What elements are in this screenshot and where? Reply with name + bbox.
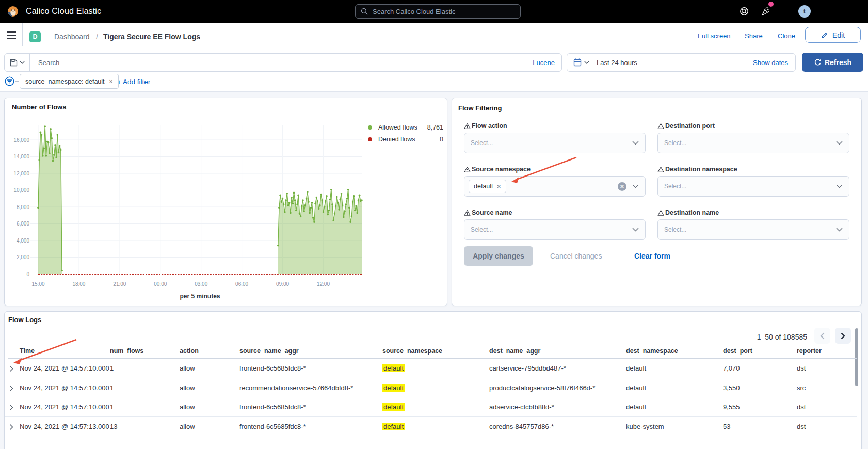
save-icon (10, 59, 18, 67)
column-header-source_name_aggr: source_name_aggr (239, 347, 299, 355)
cell-dest_name_aggr: adservice-cfcbfb88d-* (489, 403, 554, 411)
date-picker[interactable]: Last 24 hours Show dates (567, 53, 796, 72)
svg-text:06:00: 06:00 (235, 281, 248, 287)
field-select-flow-action[interactable]: Select... (464, 133, 646, 153)
chevron-down-icon (836, 141, 843, 145)
svg-text:12:00: 12:00 (317, 281, 330, 287)
refresh-button-label: Refresh (825, 58, 851, 67)
clone-button[interactable]: Clone (778, 32, 795, 40)
global-search-input[interactable]: Search Calico Cloud Elastic (355, 4, 521, 19)
field-select-source-name[interactable]: Select... (464, 219, 646, 240)
cell-action: allow (180, 384, 195, 392)
edit-button[interactable]: Edit (805, 27, 861, 43)
remove-filter-icon[interactable]: × (109, 78, 113, 85)
legend-item-denied[interactable]: Denied flows 0 (368, 133, 443, 145)
cell-reporter: dst (797, 403, 806, 411)
cell-source_namespace: default (382, 384, 405, 392)
saved-query-menu[interactable] (5, 54, 30, 71)
cell-source_name_aggr: recommendationservice-57664dbfd8-* (239, 384, 353, 392)
query-search-input[interactable]: Search Lucene (4, 53, 562, 72)
cell-reporter: dst (797, 423, 806, 430)
warning-icon (464, 123, 471, 130)
selected-option-chip[interactable]: default✕ (469, 180, 506, 193)
column-header-dest_name_aggr: dest_name_aggr (489, 347, 540, 355)
announcements-icon[interactable] (761, 6, 771, 17)
next-page-button[interactable] (835, 328, 851, 344)
edit-button-label: Edit (832, 31, 845, 39)
svg-text:10,000: 10,000 (13, 187, 29, 193)
cell-action: allow (180, 364, 195, 372)
warning-icon (464, 166, 471, 173)
notification-dot (768, 2, 774, 7)
column-header-num_flows: num_flows (110, 347, 143, 355)
filter-pill-label: source_namespace: default (25, 78, 105, 85)
prev-page-button[interactable] (814, 328, 830, 344)
svg-text:4,000: 4,000 (17, 238, 29, 244)
breadcrumb-separator: / (96, 33, 98, 41)
column-header-reporter: reporter (797, 347, 822, 355)
table-row[interactable]: Nov 24, 2021 @ 14:57:10.0001allowfronten… (5, 359, 857, 378)
highlighted-value: default (382, 364, 405, 372)
cell-dest_port: 53 (723, 423, 730, 430)
query-syntax-toggle[interactable]: Lucene (533, 59, 555, 67)
cell-dest_port: 3,550 (723, 384, 740, 392)
clear-form-button[interactable]: Clear form (634, 252, 670, 260)
dashboard-badge[interactable]: D (29, 31, 41, 42)
app-title: Calico Cloud Elastic (26, 0, 101, 23)
refresh-button[interactable]: Refresh (802, 53, 863, 72)
expand-row-icon[interactable] (9, 424, 13, 430)
cell-action: allow (180, 403, 195, 411)
legend-value: 0 (440, 136, 443, 143)
cell-dest_name_aggr: cartservice-795ddbd487-* (489, 364, 566, 372)
clear-selection-icon[interactable]: ✕ (618, 182, 626, 191)
chevron-down-icon (20, 61, 25, 64)
table-row[interactable]: Nov 24, 2021 @ 14:57:10.0001allowfronten… (5, 397, 857, 417)
cell-source_namespace: default (382, 423, 405, 430)
fullscreen-button[interactable]: Full screen (698, 32, 731, 40)
legend-label: Denied flows (378, 136, 415, 143)
expand-row-icon[interactable] (9, 385, 13, 392)
legend-item-allowed[interactable]: Allowed flows 8,761 (368, 121, 443, 133)
warning-icon (657, 210, 664, 216)
field-label-source-namespace: Source namespace (464, 165, 531, 173)
cell-dest_port: 9,555 (723, 403, 740, 411)
svg-text:09:00: 09:00 (276, 281, 289, 287)
field-select-destination-namespace[interactable]: Select... (657, 176, 849, 197)
filter-icon[interactable] (5, 76, 14, 86)
svg-text:14,000: 14,000 (13, 154, 29, 159)
field-select-source-namespace[interactable]: default✕✕ (464, 176, 646, 197)
table-row[interactable]: Nov 24, 2021 @ 14:57:10.0001allowrecomme… (5, 378, 857, 398)
cancel-changes-button[interactable]: Cancel changes (550, 252, 602, 260)
table-row[interactable]: Nov 24, 2021 @ 14:57:13.00013allowfronte… (5, 417, 857, 437)
field-label-source-name: Source name (464, 209, 512, 217)
user-avatar[interactable]: t (798, 5, 811, 18)
apply-changes-button[interactable]: Apply changes (464, 246, 533, 266)
pagination-label: 1–50 of 108585 (757, 333, 807, 341)
chart-legend: Allowed flows 8,761 Denied flows 0 (368, 121, 443, 145)
field-select-destination-name[interactable]: Select... (657, 219, 849, 240)
cell-num_flows: 1 (110, 403, 114, 411)
svg-text:8,000: 8,000 (17, 204, 29, 210)
chevron-left-icon (820, 332, 825, 340)
cell-dest_namespace: kube-system (626, 423, 664, 430)
filter-connector (15, 81, 19, 82)
nav-separator-2 (47, 23, 47, 46)
field-select-destination-port[interactable]: Select... (657, 133, 849, 153)
breadcrumb-dashboard[interactable]: Dashboard (54, 33, 90, 41)
expand-row-icon[interactable] (9, 404, 13, 411)
chevron-down-icon (836, 184, 843, 188)
svg-text:per 5 minutes: per 5 minutes (180, 293, 220, 300)
help-icon[interactable] (739, 6, 749, 17)
expand-row-icon[interactable] (9, 365, 13, 372)
time-range-value[interactable]: Last 24 hours (597, 59, 637, 67)
column-header-dest_namespace: dest_namespace (626, 347, 678, 355)
cell-source_name_aggr: frontend-6c5685fdc8-* (239, 364, 306, 372)
show-dates-button[interactable]: Show dates (753, 59, 788, 67)
filter-pill-source-namespace[interactable]: source_namespace: default × (20, 74, 119, 89)
remove-option-icon[interactable]: ✕ (497, 184, 501, 189)
add-filter-button[interactable]: + Add filter (117, 78, 150, 86)
svg-text:2,000: 2,000 (17, 254, 29, 260)
menu-icon[interactable] (7, 31, 16, 39)
share-button[interactable]: Share (745, 32, 763, 40)
svg-text:6,000: 6,000 (17, 221, 29, 227)
